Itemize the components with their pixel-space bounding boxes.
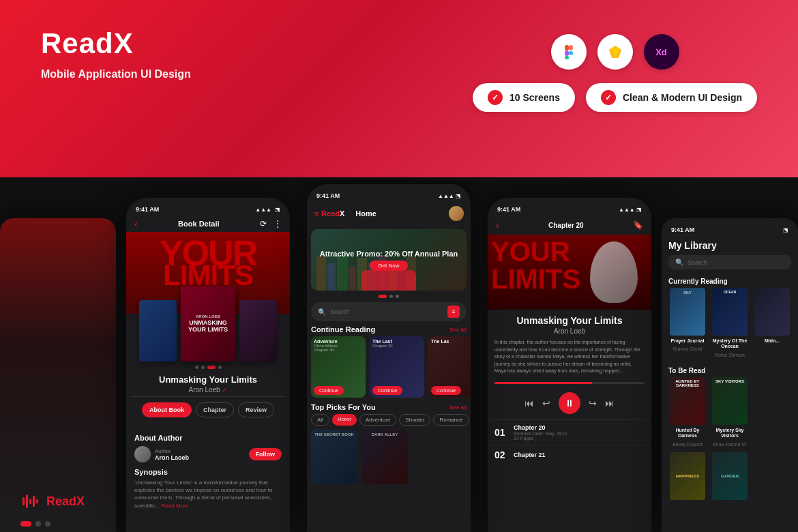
svg-rect-3	[565, 56, 569, 59]
share-icon[interactable]: ⟳	[260, 219, 267, 228]
tobe-book-2[interactable]: SKY VISITORS	[712, 377, 748, 425]
top-picks-see-all[interactable]: See All	[449, 404, 467, 411]
status-icons: ▲▲▲ ⬔	[255, 207, 280, 213]
nav-dot-2[interactable]	[35, 521, 41, 527]
tab-about-book[interactable]: About Book	[142, 402, 192, 417]
audio-controls: ⏮ ↩ ⏸ ↪ ⏭	[488, 387, 651, 419]
continue-book-1[interactable]: Adventure Olivia Wilson Chapter 40 Conti…	[311, 336, 366, 398]
search-placeholder: Search	[330, 308, 350, 315]
home-status-time: 9:41 AM	[316, 192, 340, 199]
svg-rect-11	[33, 496, 35, 507]
continue-btn-3[interactable]: Continue	[431, 386, 461, 395]
continue-book-3[interactable]: The Las Continue	[428, 336, 471, 398]
genre-romance[interactable]: Romance	[433, 414, 469, 426]
reading-book-2[interactable]: OCEAN	[712, 288, 748, 336]
home-logo-text: ReadReadXX	[321, 209, 344, 218]
chapter-status-icons: ▲▲▲ ⬔	[619, 207, 642, 213]
reading-book-1[interactable]: SKY	[670, 288, 705, 336]
follow-button[interactable]: Follow	[249, 448, 282, 460]
book-2-chapter: Chapter 20	[372, 344, 422, 348]
to-be-read-books: HUNTED BY DARKNESS Hunted By Darness Bai…	[662, 377, 798, 447]
reading-book-2-author: Rufus Stewart	[713, 353, 746, 357]
search-bar[interactable]: 🔍 Search ≡	[311, 302, 467, 321]
chapter-num-2: 02	[494, 449, 508, 460]
reading-book-3[interactable]	[754, 288, 790, 336]
book-content: About Author Author Aron Laoeb Follow Sy…	[126, 423, 290, 515]
tab-chapter[interactable]: Chapter	[196, 402, 234, 417]
see-all-link[interactable]: See All	[449, 327, 467, 333]
currently-reading-books: SKY Prayer Journal Gianna Gould OCEAN My…	[662, 288, 798, 357]
book-covers: ARON LOEB UNMASKING YOUR LIMITS	[126, 286, 290, 361]
chapter-header: ‹ Chapter 20 🔖	[488, 216, 651, 235]
verified-icon: ✓	[222, 387, 227, 394]
genre-shooter[interactable]: Shooter	[399, 414, 430, 426]
status-time: 9:41 AM	[136, 206, 159, 213]
book-2-title: The Last	[372, 339, 422, 344]
top-pick-book-2[interactable]: DARK ALLEY	[361, 430, 408, 484]
nav-dot-1[interactable]	[20, 521, 31, 527]
promo-button[interactable]: Get Now	[370, 261, 407, 271]
brand-subtitle: Mobile Application UI Design	[41, 68, 191, 80]
bookmark-icon[interactable]: 🔖	[633, 220, 643, 230]
read-more-link[interactable]: Read More	[162, 503, 189, 509]
rewind-icon[interactable]: ↩	[542, 398, 550, 409]
genre-adventure[interactable]: Adventure	[359, 414, 396, 426]
promo-dot-2	[389, 295, 393, 298]
chapter-page-count: 10 Pages	[514, 436, 645, 441]
book-1-chapter: Chapter 40	[314, 348, 363, 352]
book-tabs: About Book Chapter Review	[126, 402, 290, 417]
svg-rect-12	[36, 499, 38, 503]
svg-point-4	[569, 51, 573, 55]
bottom-section: 9:41 AM ▲▲▲ ⬔ ‹ Book Detail ⟳ ⋮ YOUR LIM…	[0, 177, 798, 532]
book-1-title: Adventure	[314, 339, 363, 344]
user-avatar[interactable]	[449, 206, 464, 221]
bottom-nav-dots	[20, 521, 50, 527]
promo-dots	[307, 295, 471, 298]
garden-book[interactable]: GARDEN	[712, 452, 748, 500]
figma-icon	[551, 34, 587, 70]
tobe-book-1[interactable]: HUNTED BY DARKNESS	[670, 377, 705, 425]
tab-review[interactable]: Review	[238, 402, 274, 417]
play-pause-button[interactable]: ⏸	[559, 392, 580, 414]
brand-title: ReadX	[41, 27, 191, 60]
nav-dot-3[interactable]	[45, 521, 50, 527]
chapter-book-author: Aron Loeb	[488, 327, 651, 335]
header-title: Book Detail	[178, 220, 220, 228]
filter-icon[interactable]: ≡	[447, 306, 460, 318]
book-3-info: The Las	[431, 339, 471, 344]
chapter-status-bar: 9:41 AM ▲▲▲ ⬔	[488, 198, 651, 216]
genre-horror[interactable]: Horor	[332, 414, 357, 426]
more-icon[interactable]: ⋮	[274, 219, 282, 228]
continue-reading-row: Adventure Olivia Wilson Chapter 40 Conti…	[307, 336, 471, 398]
chapter-list-item-2[interactable]: 02 Chapter 21	[488, 445, 651, 464]
skip-back-icon[interactable]: ⏮	[524, 398, 534, 409]
sketch-icon	[597, 34, 633, 70]
library-search[interactable]: 🔍 Search	[668, 255, 791, 269]
top-pick-book-1[interactable]: THE SECRET BOOK	[311, 430, 357, 484]
tobe-book-1-title: Hunted By Darness	[668, 425, 707, 442]
chapter-list-item-1[interactable]: 01 Chapter 20 Release Date: May, 1910 10…	[488, 419, 651, 445]
tobe-book-item-1: HUNTED BY DARKNESS Hunted By Darness Bai…	[668, 377, 707, 447]
continue-book-2[interactable]: The Last Chapter 20 Continue	[370, 336, 424, 398]
back-button[interactable]: ‹	[134, 218, 138, 229]
author-row: Author Aron Laoeb Follow	[134, 446, 282, 462]
about-author-title: About Author	[134, 434, 282, 442]
dot-2	[201, 366, 205, 369]
reading-book-2-title: Mystery Of The Oncean	[711, 336, 749, 353]
happiness-book[interactable]: HAPPINESS	[670, 452, 705, 500]
svg-rect-10	[29, 499, 31, 504]
skip-forward-icon[interactable]: ⏭	[605, 398, 615, 409]
chapter-item-info-1: Chapter 20 Release Date: May, 1910 10 Pa…	[514, 424, 645, 441]
continue-btn-1[interactable]: Continue	[314, 386, 344, 395]
continue-btn-2[interactable]: Continue	[372, 386, 402, 395]
home-header: ≋ ReadReadXX Home	[307, 202, 471, 225]
library-search-placeholder: Search	[688, 259, 707, 266]
forward-icon[interactable]: ↪	[589, 398, 597, 409]
promo-banner: Attractive Promo: 20% Off Annual Plan Ge…	[311, 229, 467, 291]
bottom-brand-text: ReadX	[46, 494, 85, 509]
reading-book-item-2: OCEAN Mystery Of The Oncean Rufus Stewar…	[711, 288, 749, 357]
chapter-back-btn[interactable]: ‹	[496, 220, 499, 231]
genre-all[interactable]: All	[311, 414, 329, 426]
chapter-num-1: 01	[494, 427, 508, 438]
author-avatar	[134, 446, 151, 462]
